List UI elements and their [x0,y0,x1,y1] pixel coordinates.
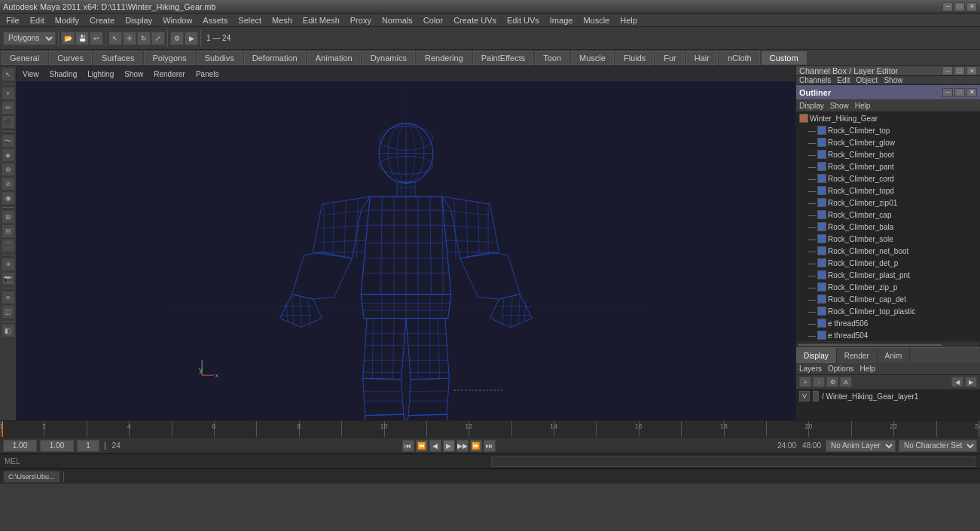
ik-btn[interactable]: ⊘ [2,177,15,191]
tab-painteffects[interactable]: PaintEffects [473,51,534,65]
outliner-show-menu[interactable]: Show [830,102,849,110]
outliner-item-rock-climber-cord[interactable]: — Rock_Climber_cord [796,172,980,185]
layer-menu-options[interactable]: Options [828,365,853,373]
move-tool-btn[interactable]: ✛ [123,32,136,45]
go-to-end-btn[interactable]: ⏭ [484,440,496,452]
rotate-tool-btn[interactable]: ↻ [137,32,151,45]
menu-display[interactable]: Display [121,15,157,26]
outliner-item-rock-climber-net-boot[interactable]: — Rock_Climber_net_boot [796,245,980,257]
select-btn[interactable]: ↖ [2,68,15,81]
outliner-item-rock-climber-bala[interactable]: — Rock_Climber_bala [796,221,980,233]
outliner-help-menu[interactable]: Help [855,102,871,110]
next-key-btn[interactable]: ⏩ [470,440,482,452]
misc-btn[interactable]: ◧ [2,324,15,337]
outliner-item-rock-climber-glow[interactable]: — Rock_Climber_glow [796,136,980,148]
lattice-btn[interactable]: ⊟ [2,224,15,238]
tab-subdivs[interactable]: Subdivs [197,51,243,65]
layer-tab-anim[interactable]: Anim [878,348,911,363]
view-menu[interactable]: View [20,69,42,79]
outliner-item-rock-climber-top-plastic[interactable]: — Rock_Climber_top_plastic [796,305,980,317]
tab-hair[interactable]: Hair [686,51,718,65]
outliner-item-rock-climber-cap[interactable]: — Rock_Climber_cap [796,209,980,221]
tab-polygons[interactable]: Polygons [144,51,194,65]
outliner-display-menu[interactable]: Display [799,102,824,110]
outliner-item-rock-climber-det-p[interactable]: — Rock_Climber_det_p [796,257,980,269]
render-btn[interactable]: ▶ [185,32,198,45]
undo-btn[interactable]: ↩ [90,32,103,45]
layer-tab-display[interactable]: Display [796,348,837,363]
menu-help[interactable]: Help [615,15,642,26]
layer-visibility-btn[interactable]: V [799,391,810,401]
layer-settings-btn[interactable]: ⚙ [826,377,838,387]
timeline-ruler[interactable]: 124681012141618202224 [2,421,978,437]
menu-normals[interactable]: Normals [377,15,417,26]
tab-fur[interactable]: Fur [655,51,685,65]
menu-proxy[interactable]: Proxy [346,15,376,26]
outliner-item-rock-climber-sole[interactable]: — Rock_Climber_sole [796,233,980,245]
outliner-minimize[interactable]: ─ [942,88,953,97]
menu-edit-mesh[interactable]: Edit Mesh [298,15,344,26]
cb-object-menu[interactable]: Object [856,76,878,84]
command-input[interactable] [491,456,976,467]
menu-create-uvs[interactable]: Create UVs [449,15,501,26]
menu-create[interactable]: Create [85,15,119,26]
anim-layer-dropdown[interactable]: No Anim Layer [826,440,896,452]
render-settings-btn[interactable]: ⚙ [170,32,184,45]
outliner-item-rock-climber-boot[interactable]: — Rock_Climber_boot [796,148,980,160]
character-set-dropdown[interactable]: No Character Set [899,440,977,452]
start-frame-input[interactable] [3,440,37,452]
menu-image[interactable]: Image [545,15,578,26]
minimize-button[interactable]: ─ [942,2,953,11]
prev-key-btn[interactable]: ⏪ [416,440,428,452]
viewport-3d[interactable]: View Shading Lighting Show Renderer Pane… [17,66,795,420]
cb-show-menu[interactable]: Show [884,76,902,84]
layer-menu-layers[interactable]: Layers [799,365,822,373]
layer-scroll-left[interactable]: ◀ [951,377,963,387]
timeline[interactable]: 124681012141618202224 [0,420,980,437]
maximize-button[interactable]: □ [954,2,965,11]
tab-fluids[interactable]: Fluids [615,51,654,65]
camera-btn[interactable]: 📷 [2,272,15,285]
cluster-btn[interactable]: ⊞ [2,210,15,224]
light-btn[interactable]: ☀ [2,258,15,271]
outliner-item-rock-climber-pant[interactable]: — Rock_Climber_pant [796,160,980,172]
frame-field[interactable] [77,440,99,452]
menu-window[interactable]: Window [158,15,197,26]
open-file-btn[interactable]: 📂 [61,32,75,45]
tab-custom[interactable]: Custom [762,51,807,65]
lighting-menu[interactable]: Lighting [84,69,117,79]
tab-surfaces[interactable]: Surfaces [93,51,142,65]
skin-btn[interactable]: ◉ [2,191,15,205]
tab-general[interactable]: General [2,51,47,65]
menu-color[interactable]: Color [419,15,447,26]
window-controls[interactable]: ─ □ ✕ [942,2,977,11]
shading-menu[interactable]: Shading [47,69,81,79]
display-layer-btn[interactable]: ≡ [2,291,15,304]
menu-edit-uvs[interactable]: Edit UVs [502,15,544,26]
layer-menu-help[interactable]: Help [859,365,875,373]
joint-btn[interactable]: ⊕ [2,163,15,176]
channel-box-close[interactable]: ✕ [966,66,977,75]
renderer-menu[interactable]: Renderer [151,69,188,79]
save-file-btn[interactable]: 💾 [75,32,89,45]
outliner-restore[interactable]: □ [954,88,965,97]
show-menu[interactable]: Show [121,69,146,79]
outliner-item-rock-climber-zip01[interactable]: — Rock_Climber_zip01 [796,197,980,209]
layer-tab-render[interactable]: Render [837,348,878,363]
outliner-item-rock-climber-topd[interactable]: — Rock_Climber_topd [796,185,980,197]
play-btn[interactable]: ▶ [443,440,455,452]
back-one-frame-btn[interactable]: ◀ [429,440,441,452]
tab-animation[interactable]: Animation [307,51,361,65]
current-frame-input[interactable] [40,440,74,452]
outliner-item-thread504[interactable]: — e thread504 [796,329,980,341]
menu-modify[interactable]: Modify [50,15,84,26]
menu-muscle[interactable]: Muscle [579,15,614,26]
layer-item-winter-hiking[interactable]: V / Winter_Hiking_Gear_layer1 [796,389,980,403]
tab-deformation[interactable]: Deformation [244,51,306,65]
lasso-btn[interactable]: ⌖ [2,87,15,100]
tab-rendering[interactable]: Rendering [417,51,472,65]
taskbar-maya-item[interactable]: C:\Users\Ubu... [3,471,60,483]
delete-layer-btn[interactable]: - [813,377,825,387]
outliner-item-winter-hiking-gear[interactable]: Winter_Hiking_Gear [796,112,980,124]
cb-edit-menu[interactable]: Edit [837,76,850,84]
